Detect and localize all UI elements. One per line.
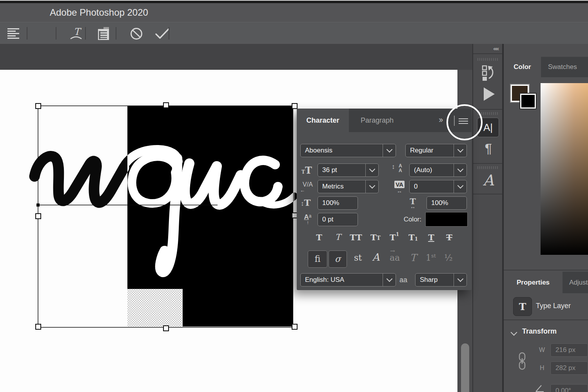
- vertical-scale-field[interactable]: 100%: [318, 196, 358, 210]
- character-panel: Character Paragraph ›› Aboensis Regular …: [297, 109, 472, 290]
- color-label: Color:: [396, 216, 421, 223]
- horizontal-scale-icon: T ↔: [407, 197, 419, 209]
- glyphs-panel-icon[interactable]: A: [481, 172, 496, 189]
- tracking-select[interactable]: 0: [409, 180, 467, 193]
- vertical-scrollbar[interactable]: [461, 343, 469, 392]
- toggle-panels-icon[interactable]: [96, 27, 112, 41]
- cancel-icon[interactable]: [129, 27, 143, 40]
- tab-adjustments[interactable]: Adjustments: [568, 272, 588, 293]
- tab-paragraph[interactable]: Paragraph: [356, 109, 399, 132]
- baseline-shift-field[interactable]: 0 pt: [318, 213, 358, 226]
- actions-play-icon[interactable]: [483, 87, 495, 101]
- properties-tabbar: Properties Adjustments: [504, 272, 588, 293]
- anti-alias-icon: aa: [399, 276, 407, 283]
- chevron-down-icon[interactable]: [383, 274, 396, 286]
- right-panel-column: Color Swatches Properties Adjustments T …: [503, 44, 588, 392]
- tab-properties[interactable]: Properties: [504, 272, 563, 293]
- chevron-down-icon[interactable]: [454, 180, 466, 193]
- leading-select[interactable]: (Auto): [409, 163, 467, 177]
- collapse-panels-button[interactable]: ««: [473, 44, 502, 54]
- strikethrough-button[interactable]: T: [441, 232, 457, 245]
- color-tabbar: Color Swatches: [504, 57, 588, 77]
- stylistic-alternates-button: → aa: [386, 253, 403, 263]
- language-select[interactable]: English: USA: [300, 273, 396, 287]
- text-color-swatch-field[interactable]: [425, 212, 468, 227]
- tracking-icon[interactable]: VA ↔: [392, 181, 407, 194]
- discretionary-ligatures-button[interactable]: st: [351, 253, 365, 263]
- history-icon[interactable]: [481, 65, 496, 81]
- superscript-button[interactable]: T1: [386, 232, 403, 245]
- panel-collapse-icon[interactable]: ››: [439, 109, 442, 132]
- contextual-alternates-button[interactable]: σ: [328, 250, 347, 268]
- svg-text:T: T: [74, 26, 82, 37]
- kerning-select[interactable]: Metrics: [318, 180, 379, 193]
- baseline-shift-icon: Aa ↑: [300, 214, 316, 225]
- options-bar: T: [0, 22, 588, 44]
- vertical-scale-icon: ↕T: [301, 198, 311, 207]
- chevron-down-icon[interactable]: [383, 144, 396, 157]
- chevron-down-icon[interactable]: [454, 144, 466, 157]
- font-style-select[interactable]: Regular: [405, 144, 467, 157]
- panel-dock-strip: «« A| ¶ A: [472, 44, 503, 392]
- swash-button[interactable]: A: [369, 251, 383, 263]
- width-field[interactable]: 216 px: [550, 343, 588, 357]
- font-family-select[interactable]: Aboensis: [300, 144, 396, 157]
- ordinals-button: 1st: [423, 253, 439, 263]
- tab-color[interactable]: Color: [504, 57, 541, 77]
- anti-alias-select[interactable]: Sharp: [415, 273, 467, 287]
- chevron-down-icon[interactable]: [454, 164, 466, 176]
- chevron-down-icon[interactable]: [365, 164, 378, 176]
- faux-bold-button[interactable]: T: [311, 232, 327, 245]
- dock-grip[interactable]: [477, 166, 498, 169]
- underline-button[interactable]: T: [423, 232, 439, 245]
- width-label: W: [539, 347, 545, 354]
- angle-field[interactable]: 0.00°: [550, 384, 588, 392]
- type-layer-icon: T: [513, 297, 532, 316]
- photoshop-window: Adobe Photoshop 2020 T: [0, 0, 588, 392]
- transparency-checker: [127, 289, 183, 327]
- paragraph-panel-icon[interactable]: ¶: [482, 140, 495, 156]
- character-panel-tabbar: Character Paragraph ››: [297, 109, 472, 132]
- transform-collapse-icon[interactable]: [512, 330, 516, 335]
- fractions-button: ½: [442, 253, 455, 263]
- background-color-swatch[interactable]: [520, 94, 536, 109]
- font-size-select[interactable]: 36 pt: [318, 163, 379, 177]
- ligatures-button[interactable]: fi: [308, 250, 327, 268]
- link-dimensions-icon[interactable]: [518, 352, 526, 372]
- kerning-icon: V/A ←: [300, 181, 316, 193]
- color-picker-gradient[interactable]: [541, 83, 588, 255]
- subscript-button[interactable]: T1: [405, 232, 421, 245]
- rotate-angle-icon: [535, 384, 544, 392]
- tab-swatches[interactable]: Swatches: [548, 57, 588, 77]
- commit-check-icon[interactable]: [154, 28, 170, 40]
- tab-character[interactable]: Character: [297, 109, 349, 132]
- titling-alternates-button: T: [407, 252, 419, 263]
- highlight-circle-annotation: [446, 104, 483, 140]
- chevron-down-icon[interactable]: [454, 274, 466, 286]
- faux-italic-button[interactable]: T: [330, 232, 346, 245]
- height-field[interactable]: 282 px: [550, 361, 588, 375]
- font-size-icon: TT: [301, 166, 312, 175]
- small-caps-button[interactable]: TT: [367, 232, 384, 245]
- paragraph-align-icon[interactable]: [7, 27, 20, 39]
- dock-grip[interactable]: [477, 58, 498, 61]
- all-caps-button[interactable]: TT: [348, 232, 364, 245]
- warp-text-icon[interactable]: T: [66, 26, 86, 41]
- chevron-down-icon[interactable]: [365, 180, 378, 193]
- transform-section-title[interactable]: Transform: [522, 327, 557, 336]
- layer-type-label: Type Layer: [536, 302, 571, 310]
- height-label: H: [540, 365, 544, 372]
- leading-icon: ↕ AA: [392, 163, 406, 173]
- window-title: Adobe Photoshop 2020: [50, 3, 148, 22]
- horizontal-scale-field[interactable]: 100%: [426, 196, 467, 210]
